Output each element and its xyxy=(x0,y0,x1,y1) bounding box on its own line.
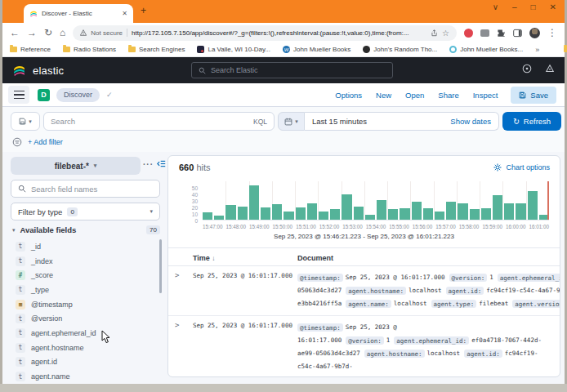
all-bookmarks-button[interactable]: All Bookmarks xyxy=(564,46,567,53)
nav-action-options[interactable]: Options xyxy=(335,91,362,100)
reload-icon[interactable]: ↻ xyxy=(44,28,52,38)
time-range-value[interactable]: Last 15 minutes xyxy=(312,117,450,126)
forward-icon[interactable]: → xyxy=(27,28,37,38)
available-fields-header[interactable]: ▾ Available fields 70 xyxy=(12,225,160,234)
kql-label[interactable]: KQL xyxy=(253,118,267,126)
time-range-field[interactable]: Last 15 minutes Show dates xyxy=(305,112,499,131)
sort-descending-icon[interactable]: ↓ xyxy=(212,255,215,262)
histogram-bar[interactable] xyxy=(412,202,422,220)
histogram-bar[interactable] xyxy=(272,204,282,220)
bookmarks-overflow-icon[interactable]: » xyxy=(535,46,539,54)
histogram-bar[interactable] xyxy=(528,191,538,220)
field-item[interactable]: tagent.id xyxy=(11,355,158,370)
bookmark-star-icon[interactable]: ☆ xyxy=(442,29,449,38)
tab-close-icon[interactable]: ✕ xyxy=(122,10,127,17)
histogram-bar[interactable] xyxy=(423,208,433,220)
url-text[interactable]: http://172.105.7.150/app/discover#/?_g=(… xyxy=(132,29,426,37)
time-column-header[interactable]: Time ↓ xyxy=(193,254,297,262)
histogram-bar[interactable] xyxy=(296,207,306,220)
field-item[interactable]: tagent.hostname xyxy=(11,341,158,355)
histogram-bar[interactable] xyxy=(225,205,235,220)
bookmark-item[interactable]: John Mueller Books... xyxy=(449,46,523,53)
histogram-bar[interactable] xyxy=(214,216,224,220)
histogram-bar[interactable] xyxy=(342,194,351,220)
alerts-icon[interactable] xyxy=(545,64,555,74)
security-label[interactable]: Not secure xyxy=(91,29,123,37)
document-column-header[interactable]: Document xyxy=(297,254,560,262)
filter-icon[interactable] xyxy=(12,137,22,147)
add-filter-button[interactable]: + Add filter xyxy=(28,138,63,146)
saved-query-menu-button[interactable]: ▾ xyxy=(11,112,40,131)
bookmark-item[interactable]: Radio Stations xyxy=(63,46,116,53)
field-item[interactable]: tagent.ephemeral_id xyxy=(11,326,158,341)
histogram-bar[interactable] xyxy=(435,212,444,220)
bookmark-item[interactable]: WJohn Mueller Books xyxy=(283,46,350,53)
window-menu-icon[interactable]: ∨ xyxy=(493,2,498,11)
histogram-bar[interactable] xyxy=(377,200,386,220)
query-search-input[interactable]: Search KQL xyxy=(43,112,275,131)
global-search-input[interactable]: Search Elastic xyxy=(191,62,393,78)
histogram[interactable] xyxy=(203,181,549,220)
bookmark-item[interactable]: Search Engines xyxy=(128,46,185,53)
nav-action-new[interactable]: New xyxy=(376,91,391,100)
field-item[interactable]: tagent.name xyxy=(11,369,158,384)
adblock-extension-icon[interactable] xyxy=(464,29,473,38)
histogram-bar[interactable] xyxy=(493,195,502,220)
breadcrumb-discover[interactable]: Discover xyxy=(56,88,100,102)
histogram-bar[interactable] xyxy=(365,215,375,220)
field-search-input[interactable]: Search field names xyxy=(11,180,160,198)
field-item[interactable]: t_id xyxy=(11,239,158,254)
help-icon[interactable] xyxy=(522,64,532,74)
side-panel-icon[interactable] xyxy=(513,29,522,38)
histogram-bar[interactable] xyxy=(481,208,491,220)
browser-tab[interactable]: Discover - Elastic ✕ xyxy=(24,4,133,23)
home-icon[interactable]: ⌂ xyxy=(60,28,65,38)
histogram-bar[interactable] xyxy=(261,207,270,220)
histogram-bar[interactable] xyxy=(516,203,525,220)
share-icon[interactable] xyxy=(431,29,438,37)
nav-action-open[interactable]: Open xyxy=(405,91,424,100)
histogram-bar[interactable] xyxy=(504,203,514,220)
menu-hamburger-icon[interactable] xyxy=(8,86,29,104)
index-pattern-options-icon[interactable]: ··· xyxy=(143,160,154,169)
field-item[interactable]: t_type xyxy=(11,283,158,297)
histogram-bar[interactable] xyxy=(249,185,259,220)
back-icon[interactable]: ← xyxy=(10,28,20,38)
window-maximize-icon[interactable]: □ xyxy=(531,2,536,11)
expand-row-button[interactable]: > xyxy=(175,271,193,310)
window-close-icon[interactable]: ✕ xyxy=(550,2,556,11)
url-bar[interactable]: Not secure http://172.105.7.150/app/disc… xyxy=(73,25,457,41)
expand-row-button[interactable]: > xyxy=(175,321,193,373)
bookmark-item[interactable]: John's Random Tho... xyxy=(363,46,437,53)
space-badge[interactable]: D xyxy=(38,89,50,101)
collapse-sidebar-icon[interactable] xyxy=(157,159,166,168)
sidebar-scrollbar[interactable] xyxy=(159,239,162,293)
field-item[interactable]: t@version xyxy=(11,311,158,326)
histogram-bar[interactable] xyxy=(284,212,293,220)
browser-menu-icon[interactable]: ⋮ xyxy=(547,28,557,38)
save-button[interactable]: Save xyxy=(511,87,556,104)
nav-action-share[interactable]: Share xyxy=(438,91,458,100)
histogram-bar[interactable] xyxy=(446,202,456,220)
window-minimize-icon[interactable]: – xyxy=(512,2,517,11)
histogram-bar[interactable] xyxy=(388,209,398,220)
screenshot-extension-icon[interactable] xyxy=(480,29,489,37)
histogram-bar[interactable] xyxy=(354,207,364,220)
histogram-bar[interactable] xyxy=(319,212,328,220)
bookmark-item[interactable]: Reference xyxy=(10,46,51,53)
new-tab-button[interactable]: + xyxy=(141,5,146,16)
histogram-bar[interactable] xyxy=(330,209,340,220)
filter-by-type-select[interactable]: Filter by type 0 ▾ xyxy=(11,203,160,220)
nav-action-inspect[interactable]: Inspect xyxy=(473,91,498,100)
histogram-bar[interactable] xyxy=(238,207,248,220)
histogram-bar[interactable] xyxy=(203,212,212,220)
index-pattern-selector[interactable]: filebeat-* ▾ xyxy=(11,157,141,175)
field-item[interactable]: t_index xyxy=(11,254,158,269)
chart-options-button[interactable]: Chart options xyxy=(493,163,550,172)
bookmark-item[interactable]: La Valle, WI 10-Day... xyxy=(197,46,270,53)
show-dates-link[interactable]: Show dates xyxy=(450,117,491,126)
histogram-bar[interactable] xyxy=(458,203,467,220)
date-picker-button[interactable]: ▾ xyxy=(278,112,305,131)
field-item[interactable]: #_score xyxy=(11,268,158,283)
extensions-puzzle-icon[interactable] xyxy=(497,29,506,38)
